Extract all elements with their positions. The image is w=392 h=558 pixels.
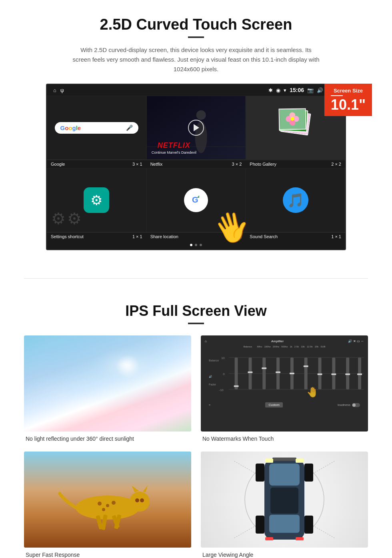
device-container: Screen Size 10.1" ⌂ ψ ✱ ◉ ▾ 15:06 📷 🔊 ✕ — [24, 84, 368, 250]
badge-divider — [331, 95, 343, 96]
cheetah-image-container — [24, 452, 191, 548]
netflix-app-cell[interactable]: NETFLIX Continue Marvel's Daredevil — [146, 96, 246, 160]
app-grid-row2: ⚙ ⚙ ⚙ Settings shortcut 1 × 1 — [47, 168, 345, 241]
svg-rect-40 — [357, 373, 362, 375]
section2-title: IPS Full Screen View — [24, 303, 368, 319]
status-bar-left: ⌂ ψ — [53, 87, 64, 93]
svg-rect-62 — [270, 488, 298, 514]
eq-freq-1k: 1k — [290, 345, 292, 348]
gear-bg-icon1: ⚙ — [51, 209, 66, 228]
car-top-view-svg — [252, 452, 316, 548]
netflix-subtitle: Continue Marvel's Daredevil — [152, 151, 196, 155]
svg-point-53 — [102, 508, 105, 511]
svg-rect-21 — [235, 357, 238, 389]
sound-search-name: Sound Search — [250, 234, 278, 239]
svg-rect-28 — [276, 371, 280, 373]
svg-text:G: G — [192, 195, 198, 204]
google-maps-icon: G — [184, 188, 208, 212]
svg-text:🤚: 🤚 — [306, 386, 319, 397]
eq-freq-200: 200hz — [273, 345, 279, 348]
google-search-bar[interactable]: Google 🎤 — [55, 122, 139, 134]
share-location-cell[interactable]: G 🖐 — [146, 168, 246, 232]
equalizer-image-container: ⌂ Amplifier 🔊 ✕ ▭ ← Balance 60hz 100hz 2… — [201, 335, 368, 432]
svg-point-52 — [112, 501, 116, 505]
section1-description: With 2.5D curved-display screen, this de… — [72, 45, 320, 74]
eq-loudness-toggle: loudness — [338, 403, 360, 407]
sound-search-wrapper: 🎵 Sound Search 1 × 1 — [246, 168, 345, 241]
equalizer-visual: ⌂ Amplifier 🔊 ✕ ▭ ← Balance 60hz 100hz 2… — [201, 335, 368, 432]
svg-rect-38 — [345, 373, 350, 375]
svg-text:10: 10 — [221, 356, 225, 360]
google-size: 3 × 1 — [132, 162, 142, 167]
feature-grid: No light reflecting under 360° direct su… — [24, 335, 368, 558]
loudness-toggle-switch[interactable] — [352, 403, 360, 407]
svg-rect-61 — [269, 464, 300, 486]
svg-point-49 — [140, 498, 144, 502]
svg-rect-72 — [296, 537, 304, 540]
google-app-cell[interactable]: Google 🎤 — [47, 96, 146, 160]
mic-icon[interactable]: 🎤 — [126, 124, 133, 131]
sound-search-label: Sound Search 1 × 1 — [246, 232, 345, 241]
car-label: Large Viewing Angle — [201, 552, 368, 558]
status-time: 15:06 — [290, 87, 304, 93]
usb-icon: ψ — [60, 87, 64, 93]
eq-header: ⌂ Amplifier 🔊 ✕ ▭ ← — [205, 339, 364, 343]
svg-text:-10: -10 — [219, 388, 224, 392]
screen-size-badge: Screen Size 10.1" — [324, 84, 372, 116]
flower-svg — [279, 109, 305, 129]
settings-size: 1 × 1 — [132, 234, 142, 239]
device-screen: ⌂ ψ ✱ ◉ ▾ 15:06 📷 🔊 ✕ ▭ — [46, 84, 346, 250]
svg-rect-65 — [304, 464, 313, 482]
eq-header-title: Amplifier — [271, 339, 284, 343]
svg-rect-70 — [296, 459, 304, 463]
sky-visual — [24, 335, 191, 432]
sound-search-cell[interactable]: 🎵 — [246, 168, 345, 232]
svg-point-2 — [196, 110, 206, 120]
sunlight-image — [24, 335, 191, 432]
svg-rect-34 — [318, 373, 322, 375]
svg-rect-68 — [272, 458, 296, 461]
eq-bottom-controls: « Custom loudness — [205, 401, 364, 409]
svg-point-51 — [106, 504, 109, 507]
photo-gallery-size: 2 × 2 — [331, 162, 341, 167]
settings-app-label: Settings shortcut 1 × 1 — [47, 232, 146, 241]
sound-search-size: 1 × 1 — [331, 234, 341, 239]
settings-app-cell[interactable]: ⚙ ⚙ ⚙ — [47, 168, 146, 232]
feature-equalizer: ⌂ Amplifier 🔊 ✕ ▭ ← Balance 60hz 100hz 2… — [201, 335, 368, 442]
bluetooth-icon: ✱ — [268, 87, 273, 93]
title-divider — [188, 36, 204, 38]
eq-freq-15k: 15k — [315, 345, 319, 348]
car-visual — [201, 452, 368, 548]
eq-freq-12k: 12.5k — [307, 345, 313, 348]
share-location-name: Share location — [150, 234, 178, 239]
sunlight-label: No light reflecting under 360° direct su… — [24, 436, 191, 442]
cheetah-svg — [48, 464, 168, 536]
svg-rect-25 — [262, 357, 266, 389]
flower-photo — [278, 108, 306, 130]
svg-rect-71 — [265, 537, 273, 540]
volume-icon: 🔊 — [317, 87, 323, 93]
svg-rect-23 — [248, 357, 252, 389]
eq-freq-60: 60hz — [257, 345, 262, 348]
netflix-app-label: Netflix 3 × 2 — [146, 160, 246, 168]
music-note-icon: 🎵 — [283, 187, 308, 213]
eq-nav-left: « — [209, 403, 210, 407]
netflix-play-button[interactable] — [188, 120, 204, 136]
svg-point-48 — [135, 498, 139, 502]
section-ips: IPS Full Screen View — [0, 295, 392, 558]
svg-rect-24 — [248, 371, 252, 373]
cheetah-label: Super Fast Response — [24, 552, 191, 558]
wifi-icon: ▾ — [284, 87, 286, 93]
eq-custom-btn[interactable]: Custom — [265, 402, 283, 407]
nav-dot-3 — [200, 244, 202, 246]
toggle-knob — [352, 403, 356, 407]
svg-text:Fader: Fader — [209, 383, 216, 386]
netflix-logo: NETFLIX — [152, 141, 196, 150]
location-icon: ◉ — [276, 87, 280, 93]
google-app-label: Google 3 × 1 — [47, 160, 146, 168]
eq-freq-10k: 10k — [301, 345, 305, 348]
svg-rect-69 — [265, 459, 273, 463]
eq-header-icons: 🔊 ✕ ▭ ← — [348, 339, 364, 343]
eq-balance-label: Balance — [243, 345, 255, 348]
car-image-container — [201, 452, 368, 548]
